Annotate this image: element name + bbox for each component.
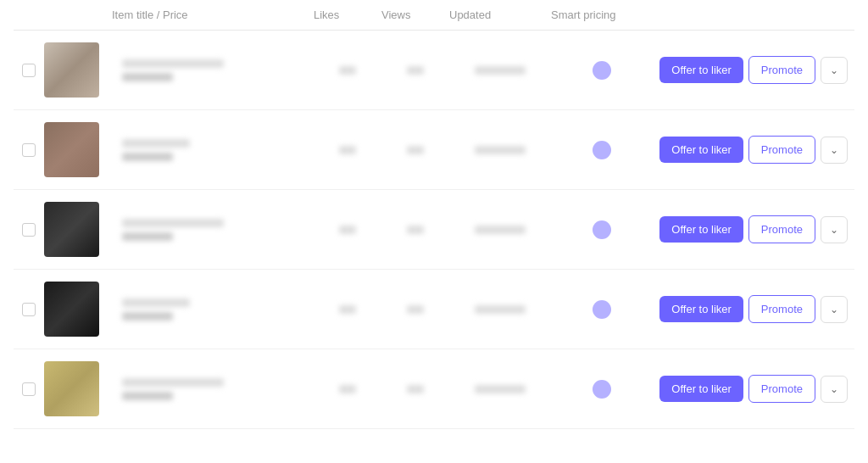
row-2-title-blur bbox=[122, 139, 190, 148]
row-2-updated-cell bbox=[449, 146, 551, 154]
row-4-updated-blur bbox=[475, 305, 526, 314]
row-3-views-cell bbox=[381, 226, 449, 234]
table-row: Offer to liker Promote ⌄ bbox=[14, 31, 854, 110]
table-row: Offer to liker Promote ⌄ bbox=[14, 270, 854, 349]
row-5-offer-to-liker-button[interactable]: Offer to liker bbox=[659, 376, 743, 402]
row-4-image-cell bbox=[44, 282, 112, 337]
row-3-image-cell bbox=[44, 202, 112, 257]
row-5-title-blur bbox=[122, 378, 224, 387]
row-3-offer-to-liker-button[interactable]: Offer to liker bbox=[659, 216, 743, 243]
row-3-promote-button[interactable]: Promote bbox=[748, 215, 815, 243]
row-5-image-cell bbox=[44, 361, 112, 416]
row-1-views-blur bbox=[407, 66, 424, 75]
row-5-expand-button[interactable]: ⌄ bbox=[821, 376, 848, 403]
row-1-image-cell bbox=[44, 42, 112, 98]
row-2-views-blur bbox=[407, 146, 424, 154]
row-5-promote-button[interactable]: Promote bbox=[748, 375, 815, 403]
header-updated: Updated bbox=[449, 8, 551, 21]
row-1-actions-cell: Offer to liker Promote ⌄ bbox=[653, 56, 854, 84]
row-5-smart-pricing-icon bbox=[593, 380, 611, 399]
row-2-checkbox[interactable] bbox=[22, 143, 36, 157]
row-2-updated-blur bbox=[475, 146, 526, 154]
row-5-updated-cell bbox=[449, 385, 551, 393]
row-4-likes-cell bbox=[314, 305, 381, 314]
row-2-smart-pricing-icon bbox=[593, 141, 611, 159]
header-smart-pricing: Smart pricing bbox=[551, 8, 653, 21]
row-5-likes-cell bbox=[314, 385, 381, 393]
table-row: Offer to liker Promote ⌄ bbox=[14, 110, 854, 190]
row-4-expand-button[interactable]: ⌄ bbox=[821, 296, 848, 323]
row-3-views-blur bbox=[407, 226, 424, 234]
row-5-updated-blur bbox=[475, 385, 526, 393]
row-4-views-blur bbox=[407, 305, 424, 314]
row-4-actions-cell: Offer to liker Promote ⌄ bbox=[653, 295, 854, 323]
row-3-smart-pricing-cell bbox=[551, 220, 653, 239]
row-1-likes-cell bbox=[314, 66, 381, 75]
row-3-actions-cell: Offer to liker Promote ⌄ bbox=[653, 215, 854, 243]
table-row: Offer to liker Promote ⌄ bbox=[14, 190, 854, 270]
row-4-price-blur bbox=[122, 312, 173, 321]
row-5-price-blur bbox=[122, 392, 173, 400]
row-5-views-cell bbox=[381, 385, 449, 393]
table-header: Item title / Price Likes Views Updated S… bbox=[14, 0, 854, 31]
row-3-expand-button[interactable]: ⌄ bbox=[821, 216, 848, 243]
row-2-views-cell bbox=[381, 146, 449, 154]
row-2-expand-button[interactable]: ⌄ bbox=[821, 137, 848, 164]
row-3-price-blur bbox=[122, 232, 173, 241]
row-4-checkbox-cell bbox=[14, 303, 44, 316]
row-5-image bbox=[44, 361, 99, 416]
row-1-expand-button[interactable]: ⌄ bbox=[821, 57, 848, 84]
row-1-promote-button[interactable]: Promote bbox=[748, 56, 815, 84]
row-1-price-blur bbox=[122, 73, 173, 81]
row-1-updated-cell bbox=[449, 66, 551, 75]
header-views: Views bbox=[381, 8, 449, 21]
row-4-title-blur bbox=[122, 298, 190, 307]
row-1-title-cell bbox=[112, 59, 314, 81]
header-item-title-price: Item title / Price bbox=[112, 8, 314, 21]
row-4-promote-button[interactable]: Promote bbox=[748, 295, 815, 323]
row-2-likes-cell bbox=[314, 146, 381, 154]
row-4-likes-blur bbox=[339, 305, 356, 314]
row-4-checkbox[interactable] bbox=[22, 303, 36, 316]
row-3-title-blur bbox=[122, 219, 224, 227]
row-2-price-blur bbox=[122, 153, 173, 161]
row-4-title-cell bbox=[112, 298, 314, 321]
row-1-likes-blur bbox=[339, 66, 356, 75]
row-4-image bbox=[44, 282, 99, 337]
row-1-image bbox=[44, 42, 99, 98]
row-4-views-cell bbox=[381, 305, 449, 314]
row-5-checkbox[interactable] bbox=[22, 382, 36, 396]
header-likes: Likes bbox=[314, 8, 381, 21]
row-2-offer-to-liker-button[interactable]: Offer to liker bbox=[659, 137, 743, 163]
row-3-updated-blur bbox=[475, 226, 526, 234]
row-2-actions-cell: Offer to liker Promote ⌄ bbox=[653, 136, 854, 164]
row-1-title-blur bbox=[122, 59, 224, 68]
listings-table: Item title / Price Likes Views Updated S… bbox=[0, 0, 868, 429]
row-3-updated-cell bbox=[449, 226, 551, 234]
row-2-image bbox=[44, 122, 99, 177]
row-3-likes-blur bbox=[339, 226, 356, 234]
row-5-actions-cell: Offer to liker Promote ⌄ bbox=[653, 375, 854, 403]
row-1-checkbox-cell bbox=[14, 64, 44, 77]
row-4-offer-to-liker-button[interactable]: Offer to liker bbox=[659, 296, 743, 322]
row-1-updated-blur bbox=[475, 66, 526, 75]
row-4-smart-pricing-cell bbox=[551, 300, 653, 319]
row-1-checkbox[interactable] bbox=[22, 64, 36, 77]
table-row: Offer to liker Promote ⌄ bbox=[14, 349, 854, 429]
row-3-title-cell bbox=[112, 219, 314, 241]
row-3-likes-cell bbox=[314, 226, 381, 234]
row-1-offer-to-liker-button[interactable]: Offer to liker bbox=[659, 57, 743, 83]
row-5-views-blur bbox=[407, 385, 424, 393]
row-2-image-cell bbox=[44, 122, 112, 177]
row-1-smart-pricing-cell bbox=[551, 61, 653, 80]
row-5-likes-blur bbox=[339, 385, 356, 393]
row-5-title-cell bbox=[112, 378, 314, 400]
row-1-smart-pricing-icon bbox=[593, 61, 611, 80]
row-5-smart-pricing-cell bbox=[551, 380, 653, 399]
row-2-promote-button[interactable]: Promote bbox=[748, 136, 815, 164]
row-3-image bbox=[44, 202, 99, 257]
row-2-title-cell bbox=[112, 139, 314, 161]
row-2-likes-blur bbox=[339, 146, 356, 154]
row-3-smart-pricing-icon bbox=[593, 220, 611, 239]
row-3-checkbox[interactable] bbox=[22, 223, 36, 237]
